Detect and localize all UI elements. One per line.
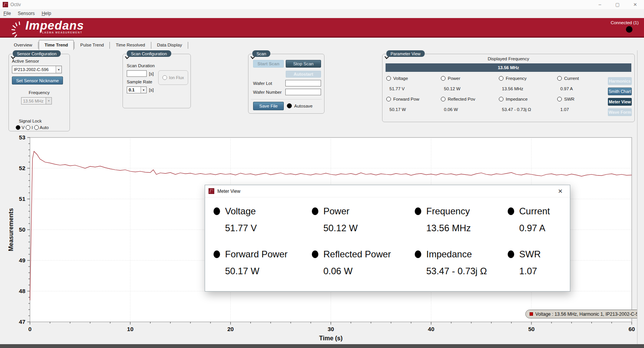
signal-lock-v-radio[interactable] <box>16 125 20 130</box>
active-sensor-select[interactable]: IP213-2002-C-596 ▼ <box>12 66 62 73</box>
sample-rate-unit: [s] <box>149 88 154 92</box>
menu-help[interactable]: Help <box>38 10 55 17</box>
wafer-lot-label: Wafer Lot <box>253 81 272 86</box>
scan-duration-label: Scan Duration <box>127 63 155 68</box>
ion-flux-radio[interactable] <box>162 75 167 80</box>
chevron-down-icon[interactable]: ▼ <box>141 87 146 93</box>
autostart-button[interactable]: Autostart <box>286 71 321 78</box>
meter-view-dialog: Meter View ✕ Voltage 51.77 V Power 50.12… <box>205 185 570 292</box>
signal-lock-auto-radio[interactable] <box>34 125 39 130</box>
menu-file[interactable]: File <box>0 10 14 17</box>
param-power-label: Power <box>448 76 460 81</box>
starburst-icon <box>12 21 25 38</box>
app-icon <box>3 2 8 7</box>
svg-text:50: 50 <box>19 226 25 233</box>
led-icon <box>214 207 220 215</box>
sensor-configuration-panel: Sensor Configuration Active Sensor IP213… <box>8 54 70 131</box>
autosave-control: Autosave <box>287 103 313 108</box>
autosave-radio[interactable] <box>287 103 292 108</box>
close-icon[interactable]: ✕ <box>626 0 644 9</box>
meter-forward-power: Forward Power 50.17 W <box>214 245 312 288</box>
parameter-view-panel: Parameter View Displayed Frequency 13.56… <box>382 54 635 122</box>
svg-text:48: 48 <box>19 288 25 294</box>
scan-panel: Scan Start Scan Stop Scan Autostart Wafe… <box>248 54 324 114</box>
led-icon <box>508 207 514 215</box>
led-icon <box>415 250 421 258</box>
autosave-label: Autosave <box>294 104 313 108</box>
start-scan-button[interactable]: Start Scan <box>253 60 284 68</box>
active-sensor-label: Active Sensor <box>12 59 39 63</box>
meter-voltage: Voltage 51.77 V <box>214 202 312 245</box>
param-frequency-radio[interactable] <box>499 76 503 81</box>
right-rail <box>637 50 644 344</box>
maximize-icon[interactable]: ▢ <box>609 0 626 9</box>
meter-frequency: Frequency 13.56 MHz <box>415 202 508 245</box>
parameter-view-title: Parameter View <box>386 50 425 57</box>
set-sensor-nickname-button[interactable]: Set Sensor Nickname <box>12 76 63 85</box>
connection-led-icon <box>626 26 632 33</box>
meter-grid: Voltage 51.77 V Power 50.12 W Frequency … <box>214 202 566 288</box>
param-current-radio[interactable] <box>557 76 562 81</box>
scan-configuration-title: Scan Configuration <box>127 50 171 57</box>
param-reflected-power-radio[interactable] <box>441 97 445 101</box>
close-icon[interactable]: ✕ <box>556 187 565 196</box>
svg-text:Measurements: Measurements <box>8 208 14 251</box>
tab-data-display[interactable]: Data Display <box>152 41 187 50</box>
led-icon <box>508 250 514 258</box>
wave-form-button[interactable]: Wave Form <box>608 108 632 116</box>
meter-reflected-power: Reflected Power 0.06 W <box>312 245 415 288</box>
frequency-label: Frequency <box>9 90 70 95</box>
svg-text:52: 52 <box>19 165 25 171</box>
svg-text:49: 49 <box>19 257 25 263</box>
tab-pulse-trend[interactable]: Pulse Trend <box>75 41 109 50</box>
svg-text:47: 47 <box>19 318 25 325</box>
meter-view-button[interactable]: Meter View <box>608 98 632 106</box>
scan-title: Scan <box>252 50 270 57</box>
sample-rate-select[interactable]: 0.1 ▼ <box>127 86 147 93</box>
led-icon <box>312 250 318 258</box>
param-swr-value: 1.07 <box>560 107 569 112</box>
harmonics-button[interactable]: Harmonics <box>608 77 632 85</box>
meter-view-titlebar[interactable]: Meter View ✕ <box>205 185 570 197</box>
param-voltage-label: Voltage <box>393 76 408 81</box>
param-impedance-value: 53.47 - 0.73j Ω <box>502 107 531 112</box>
app-icon <box>209 188 214 194</box>
brand-name: Impedans <box>25 19 84 33</box>
smith-chart-button[interactable]: Smith Chart <box>608 88 632 95</box>
svg-text:60: 60 <box>629 326 635 332</box>
param-power-radio[interactable] <box>441 76 445 81</box>
param-voltage-radio[interactable] <box>386 76 391 81</box>
meter-swr: SWR 1.07 <box>508 245 566 288</box>
chevron-down-icon[interactable]: ▼ <box>56 66 61 73</box>
stop-scan-button[interactable]: Stop Scan <box>286 60 321 68</box>
impedans-logo: Impedans PLASMA MEASUREMENT <box>12 19 84 38</box>
tab-overview[interactable]: Overview <box>8 41 38 50</box>
minimize-icon[interactable]: – <box>591 0 609 9</box>
param-swr-radio[interactable] <box>557 97 562 101</box>
meter-current: Current 0.97 A <box>508 202 566 245</box>
param-swr-label: SWR <box>564 97 574 101</box>
param-impedance-radio[interactable] <box>499 97 503 101</box>
window-title: Octiv <box>10 2 21 7</box>
led-icon <box>312 207 318 215</box>
param-forward-power-radio[interactable] <box>386 97 391 101</box>
svg-text:40: 40 <box>428 326 434 332</box>
scan-configuration-panel: Scan Configuration Scan Duration [s] Ion… <box>123 54 191 108</box>
menu-sensors[interactable]: Sensors <box>14 10 38 17</box>
legend-swatch-icon <box>530 312 533 316</box>
frequency-select: 13.56 MHz ▼ <box>21 97 52 104</box>
save-file-button[interactable]: Save File <box>253 102 284 110</box>
octiv-window: Octiv – ▢ ✕ File Sensors Help <box>0 0 644 348</box>
wafer-number-input[interactable] <box>285 89 321 95</box>
param-forward-power-value: 50.17 W <box>389 107 406 112</box>
wafer-lot-input[interactable] <box>285 80 321 86</box>
signal-lock-i-radio[interactable] <box>26 125 30 130</box>
scan-duration-input[interactable] <box>127 70 147 77</box>
tab-time-resolved[interactable]: Time Resolved <box>110 41 150 50</box>
tab-time-trend[interactable]: Time Trend <box>39 40 74 50</box>
led-icon <box>415 207 421 215</box>
param-current-value: 0.97 A <box>560 86 573 91</box>
svg-text:51: 51 <box>19 196 25 202</box>
param-forward-power-label: Forward Pow <box>393 97 419 101</box>
signal-lock-i-label: I <box>31 125 33 130</box>
